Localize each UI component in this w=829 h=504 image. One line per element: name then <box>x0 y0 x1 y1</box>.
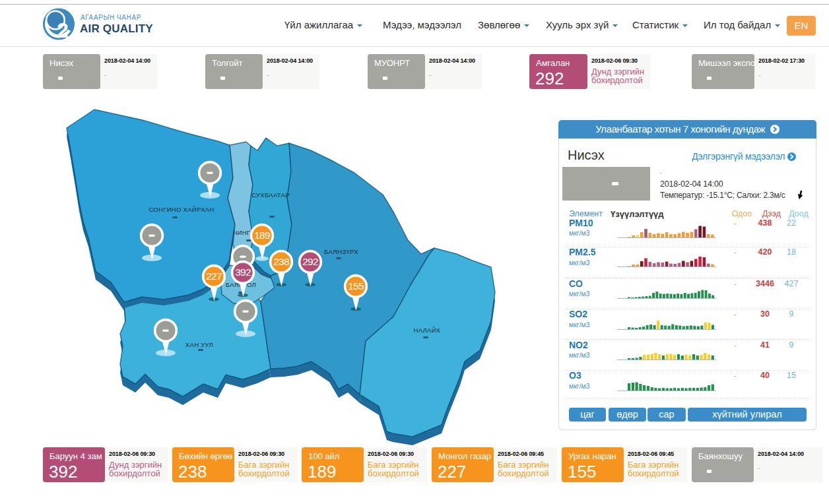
svg-text:189: 189 <box>254 230 270 241</box>
svg-text:НАЛАЙХ: НАЛАЙХ <box>414 327 441 334</box>
svg-text:СОНГИНО ХАЙРХАН: СОНГИНО ХАЙРХАН <box>149 206 214 213</box>
svg-text:ХАН УУЛ: ХАН УУЛ <box>185 341 213 348</box>
svg-text:292: 292 <box>302 256 318 267</box>
svg-text:238: 238 <box>273 256 289 267</box>
svg-text:2: 2 <box>57 18 69 42</box>
svg-text:227: 227 <box>206 270 222 282</box>
svg-text:БАЯНЗҮРХ: БАЯНЗҮРХ <box>324 248 358 255</box>
svg-text:392: 392 <box>235 267 251 278</box>
svg-text:155: 155 <box>348 280 364 292</box>
svg-text:СУХБААТАР: СУХБААТАР <box>251 191 290 199</box>
